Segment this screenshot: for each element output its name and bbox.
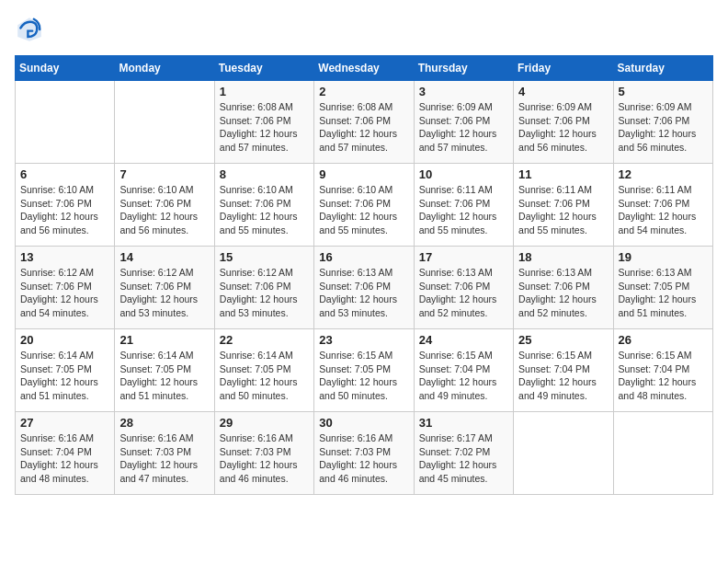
week-row-5: 27 Sunrise: 6:16 AMSunset: 7:04 PMDaylig… — [16, 412, 713, 495]
header-saturday: Saturday — [613, 56, 712, 81]
day-number: 4 — [518, 85, 608, 98]
day-detail: Sunrise: 6:12 AMSunset: 7:06 PMDaylight:… — [220, 267, 298, 318]
day-number: 16 — [319, 250, 408, 264]
day-number: 26 — [619, 333, 708, 347]
day-number: 7 — [119, 167, 209, 181]
day-detail: Sunrise: 6:12 AMSunset: 7:06 PMDaylight:… — [119, 267, 198, 318]
calendar-cell — [613, 412, 712, 495]
day-number: 22 — [220, 333, 309, 347]
day-detail: Sunrise: 6:08 AMSunset: 7:06 PMDaylight:… — [220, 101, 298, 153]
day-number: 21 — [119, 333, 209, 347]
calendar-cell: 19 Sunrise: 6:13 AMSunset: 7:05 PMDaylig… — [613, 247, 712, 329]
calendar-cell: 8 Sunrise: 6:10 AMSunset: 7:06 PMDayligh… — [214, 164, 313, 247]
day-detail: Sunrise: 6:11 AMSunset: 7:06 PMDaylight:… — [419, 184, 497, 236]
header-thursday: Thursday — [414, 56, 513, 81]
day-detail: Sunrise: 6:16 AMSunset: 7:04 PMDaylight:… — [20, 432, 98, 484]
day-number: 3 — [419, 85, 508, 98]
day-detail: Sunrise: 6:16 AMSunset: 7:03 PMDaylight:… — [119, 432, 198, 484]
calendar-cell: 13 Sunrise: 6:12 AMSunset: 7:06 PMDaylig… — [16, 247, 115, 329]
day-number: 12 — [619, 167, 708, 181]
calendar-cell: 6 Sunrise: 6:10 AMSunset: 7:06 PMDayligh… — [16, 164, 115, 247]
day-detail: Sunrise: 6:15 AMSunset: 7:04 PMDaylight:… — [419, 350, 497, 401]
calendar-cell: 9 Sunrise: 6:10 AMSunset: 7:06 PMDayligh… — [314, 164, 414, 247]
header-monday: Monday — [115, 56, 214, 81]
day-detail: Sunrise: 6:17 AMSunset: 7:02 PMDaylight:… — [419, 432, 497, 484]
day-number: 10 — [419, 167, 508, 181]
day-number: 20 — [20, 333, 109, 347]
day-number: 6 — [20, 167, 109, 181]
day-number: 13 — [20, 250, 109, 264]
general-blue-logo-icon — [15, 15, 44, 44]
day-number: 2 — [319, 85, 408, 98]
calendar-cell: 3 Sunrise: 6:09 AMSunset: 7:06 PMDayligh… — [414, 81, 513, 164]
day-detail: Sunrise: 6:13 AMSunset: 7:06 PMDaylight:… — [419, 267, 497, 318]
calendar-cell: 29 Sunrise: 6:16 AMSunset: 7:03 PMDaylig… — [214, 412, 313, 495]
header-friday: Friday — [514, 56, 613, 81]
day-number: 5 — [619, 85, 708, 98]
calendar-cell: 11 Sunrise: 6:11 AMSunset: 7:06 PMDaylig… — [514, 164, 613, 247]
day-detail: Sunrise: 6:09 AMSunset: 7:06 PMDaylight:… — [518, 101, 597, 153]
calendar-cell: 21 Sunrise: 6:14 AMSunset: 7:05 PMDaylig… — [115, 329, 214, 412]
day-number: 18 — [518, 250, 608, 264]
day-detail: Sunrise: 6:12 AMSunset: 7:06 PMDaylight:… — [20, 267, 98, 318]
day-number: 31 — [419, 416, 508, 430]
day-detail: Sunrise: 6:10 AMSunset: 7:06 PMDaylight:… — [220, 184, 298, 236]
calendar-cell — [115, 81, 214, 164]
header-sunday: Sunday — [16, 56, 115, 81]
day-number: 8 — [220, 167, 309, 181]
day-detail: Sunrise: 6:15 AMSunset: 7:05 PMDaylight:… — [319, 350, 397, 401]
day-detail: Sunrise: 6:13 AMSunset: 7:05 PMDaylight:… — [619, 267, 697, 318]
day-detail: Sunrise: 6:14 AMSunset: 7:05 PMDaylight:… — [20, 350, 98, 401]
day-detail: Sunrise: 6:08 AMSunset: 7:06 PMDaylight:… — [319, 101, 397, 153]
header-wednesday: Wednesday — [314, 56, 414, 81]
calendar-cell: 4 Sunrise: 6:09 AMSunset: 7:06 PMDayligh… — [514, 81, 613, 164]
day-number: 27 — [20, 416, 109, 430]
day-detail: Sunrise: 6:14 AMSunset: 7:05 PMDaylight:… — [119, 350, 198, 401]
calendar-cell: 23 Sunrise: 6:15 AMSunset: 7:05 PMDaylig… — [314, 329, 414, 412]
calendar-cell: 10 Sunrise: 6:11 AMSunset: 7:06 PMDaylig… — [414, 164, 513, 247]
day-detail: Sunrise: 6:10 AMSunset: 7:06 PMDaylight:… — [20, 184, 98, 236]
calendar-cell: 7 Sunrise: 6:10 AMSunset: 7:06 PMDayligh… — [115, 164, 214, 247]
calendar-cell: 17 Sunrise: 6:13 AMSunset: 7:06 PMDaylig… — [414, 247, 513, 329]
calendar-cell: 26 Sunrise: 6:15 AMSunset: 7:04 PMDaylig… — [613, 329, 712, 412]
calendar-cell — [514, 412, 613, 495]
calendar-cell: 30 Sunrise: 6:16 AMSunset: 7:03 PMDaylig… — [314, 412, 414, 495]
calendar-cell: 27 Sunrise: 6:16 AMSunset: 7:04 PMDaylig… — [16, 412, 115, 495]
day-number: 17 — [419, 250, 508, 264]
day-number: 29 — [220, 416, 309, 430]
logo — [15, 15, 50, 44]
day-detail: Sunrise: 6:11 AMSunset: 7:06 PMDaylight:… — [619, 184, 697, 236]
calendar-header-row: SundayMondayTuesdayWednesdayThursdayFrid… — [16, 56, 713, 81]
calendar-table: SundayMondayTuesdayWednesdayThursdayFrid… — [15, 55, 713, 495]
day-detail: Sunrise: 6:13 AMSunset: 7:06 PMDaylight:… — [319, 267, 397, 318]
calendar-cell — [16, 81, 115, 164]
day-detail: Sunrise: 6:16 AMSunset: 7:03 PMDaylight:… — [319, 432, 397, 484]
day-detail: Sunrise: 6:10 AMSunset: 7:06 PMDaylight:… — [119, 184, 198, 236]
day-number: 9 — [319, 167, 408, 181]
day-number: 24 — [419, 333, 508, 347]
day-number: 25 — [518, 333, 608, 347]
week-row-1: 1 Sunrise: 6:08 AMSunset: 7:06 PMDayligh… — [16, 81, 713, 164]
day-number: 15 — [220, 250, 309, 264]
week-row-3: 13 Sunrise: 6:12 AMSunset: 7:06 PMDaylig… — [16, 247, 713, 329]
day-number: 1 — [220, 85, 309, 98]
calendar-cell: 24 Sunrise: 6:15 AMSunset: 7:04 PMDaylig… — [414, 329, 513, 412]
day-number: 14 — [119, 250, 209, 264]
header-tuesday: Tuesday — [214, 56, 313, 81]
calendar-cell: 16 Sunrise: 6:13 AMSunset: 7:06 PMDaylig… — [314, 247, 414, 329]
calendar-cell: 14 Sunrise: 6:12 AMSunset: 7:06 PMDaylig… — [115, 247, 214, 329]
calendar-cell: 28 Sunrise: 6:16 AMSunset: 7:03 PMDaylig… — [115, 412, 214, 495]
calendar-cell: 22 Sunrise: 6:14 AMSunset: 7:05 PMDaylig… — [214, 329, 313, 412]
day-detail: Sunrise: 6:16 AMSunset: 7:03 PMDaylight:… — [220, 432, 298, 484]
day-number: 28 — [119, 416, 209, 430]
day-number: 30 — [319, 416, 408, 430]
calendar-cell: 25 Sunrise: 6:15 AMSunset: 7:04 PMDaylig… — [514, 329, 613, 412]
day-detail: Sunrise: 6:15 AMSunset: 7:04 PMDaylight:… — [619, 350, 697, 401]
day-detail: Sunrise: 6:09 AMSunset: 7:06 PMDaylight:… — [619, 101, 697, 153]
day-detail: Sunrise: 6:15 AMSunset: 7:04 PMDaylight:… — [518, 350, 597, 401]
calendar-cell: 2 Sunrise: 6:08 AMSunset: 7:06 PMDayligh… — [314, 81, 414, 164]
calendar-cell: 5 Sunrise: 6:09 AMSunset: 7:06 PMDayligh… — [613, 81, 712, 164]
page-header — [15, 15, 713, 44]
week-row-4: 20 Sunrise: 6:14 AMSunset: 7:05 PMDaylig… — [16, 329, 713, 412]
day-number: 23 — [319, 333, 408, 347]
